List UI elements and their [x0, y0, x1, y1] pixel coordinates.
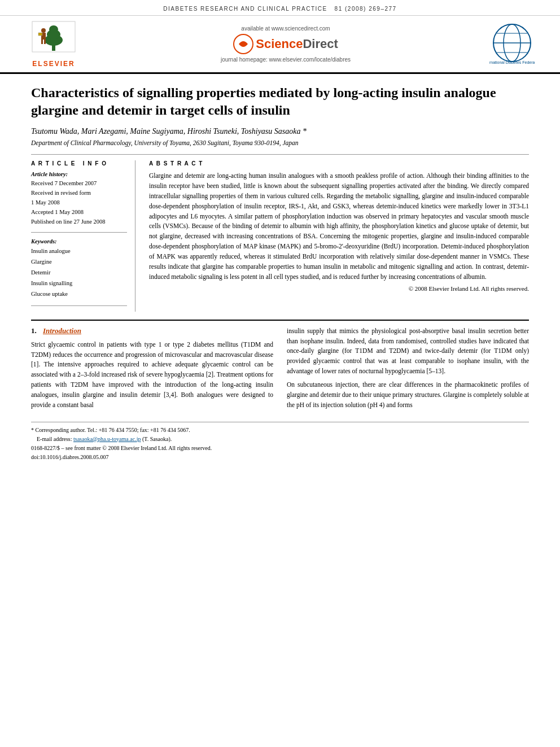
intro-left-paragraph: Strict glycaemic control in patients wit… — [31, 340, 273, 410]
published-date: Published on line 27 June 2008 — [31, 217, 127, 227]
email-suffix: (T. Sasaoka). — [142, 436, 172, 442]
copyright-notice: © 2008 Elsevier Ireland Ltd. All rights … — [149, 285, 529, 292]
idf-icon: International Diabetes Federation — [489, 23, 535, 65]
keyword-2: Glargine — [31, 257, 127, 268]
accepted-date: Accepted 1 May 2008 — [31, 208, 127, 217]
sciencedirect-text: ScienceDirect — [256, 37, 338, 51]
svg-point-4 — [49, 25, 58, 33]
page: Diabetes Research and Clinical Practice … — [0, 0, 560, 747]
footnote-pii: 0168-8227/$ – see front matter © 2008 El… — [31, 444, 529, 453]
abstract-column: A B S T R A C T Glargine and detemir are… — [149, 160, 529, 311]
elsevier-logo: ELSEVIER — [23, 20, 85, 68]
svg-rect-9 — [41, 40, 43, 44]
sciencedirect-logo: ScienceDirect — [233, 34, 338, 54]
article-info-label: A R T I C L E I N F O — [31, 160, 127, 167]
received-date: Received 7 December 2007 — [31, 179, 127, 189]
svg-rect-8 — [43, 34, 46, 35]
sciencedirect-icon — [233, 34, 253, 54]
article-history: Article history: Received 7 December 200… — [31, 171, 127, 226]
svg-text:International Diabetes Federat: International Diabetes Federation — [489, 60, 535, 64]
keywords-label: Keywords: — [31, 238, 127, 244]
email-label: E-mail address: — [37, 436, 72, 442]
introduction-left: 1. Introduction Strict glycaemic control… — [31, 326, 273, 414]
email-address: tsasaoka@pha.u-toyama.ac.jp — [73, 436, 141, 442]
volume-info: 81 (2008) 269–277 — [335, 6, 397, 12]
article-info-column: A R T I C L E I N F O Article history: R… — [31, 160, 135, 311]
revised-date: 1 May 2008 — [31, 198, 127, 208]
corresponding-text: * Corresponding author. Tel.: +81 76 434… — [31, 427, 190, 433]
introduction-heading: 1. Introduction — [31, 326, 273, 335]
journal-title: Diabetes Research and Clinical Practice — [163, 6, 327, 12]
info-abstract-columns: A R T I C L E I N F O Article history: R… — [31, 160, 529, 311]
section-divider — [31, 320, 529, 321]
svg-rect-10 — [44, 40, 46, 44]
article-title: Characteristics of signalling properties… — [31, 84, 529, 119]
elsevier-tree-icon — [31, 20, 76, 59]
abstract-label: A B S T R A C T — [149, 160, 529, 167]
section-title: Introduction — [43, 326, 81, 335]
introduction-right-text: insulin supply that mimics the physiolog… — [287, 326, 529, 410]
idf-logo: International Diabetes Federation — [487, 21, 537, 67]
divider-bottom — [31, 305, 127, 306]
received-revised-label: Received in revised form — [31, 189, 127, 198]
divider-keywords — [31, 232, 127, 233]
keyword-5: Glucose uptake — [31, 289, 127, 300]
footnote-area: * Corresponding author. Tel.: +81 76 434… — [31, 422, 529, 462]
center-logo-area: available at www.sciencedirect.com Scien… — [85, 25, 487, 63]
article-content: Characteristics of signalling properties… — [0, 74, 560, 473]
footnote-corresponding: * Corresponding author. Tel.: +81 76 434… — [31, 426, 529, 435]
svg-point-5 — [41, 28, 46, 33]
affiliation: Department of Clinical Pharmacology, Uni… — [31, 139, 529, 146]
available-at-text: available at www.sciencedirect.com — [241, 25, 330, 32]
journal-header: Diabetes Research and Clinical Practice … — [0, 0, 560, 16]
logo-row: ELSEVIER available at www.sciencedirect.… — [0, 16, 560, 74]
introduction-columns: 1. Introduction Strict glycaemic control… — [31, 326, 529, 414]
abstract-paragraph: Glargine and detemir are long-acting hum… — [149, 171, 529, 282]
intro-right-paragraph-1: insulin supply that mimics the physiolog… — [287, 326, 529, 377]
elsevier-brand-text: ELSEVIER — [32, 60, 75, 68]
section-number: 1. — [31, 326, 37, 335]
history-label: Article history: — [31, 171, 127, 177]
abstract-text: Glargine and detemir are long-acting hum… — [149, 171, 529, 282]
footnote-doi: doi:10.1016/j.diabres.2008.05.007 — [31, 453, 529, 462]
keyword-3: Detemir — [31, 268, 127, 278]
authors: Tsutomu Wada, Mari Azegami, Maine Sugiya… — [31, 127, 529, 136]
keyword-4: Insulin signalling — [31, 278, 127, 289]
divider-1 — [31, 154, 529, 155]
introduction-left-text: Strict glycaemic control in patients wit… — [31, 340, 273, 410]
journal-url: journal homepage: www.elsevier.com/locat… — [221, 56, 351, 63]
keywords-section: Keywords: Insulin analogue Glargine Dete… — [31, 238, 127, 299]
introduction-right: insulin supply that mimics the physiolog… — [287, 326, 529, 414]
intro-right-paragraph-2: On subcutaneous injection, there are cle… — [287, 380, 529, 410]
svg-rect-11 — [38, 33, 42, 36]
keyword-1: Insulin analogue — [31, 246, 127, 257]
footnote-email: E-mail address: tsasaoka@pha.u-toyama.ac… — [31, 435, 529, 444]
